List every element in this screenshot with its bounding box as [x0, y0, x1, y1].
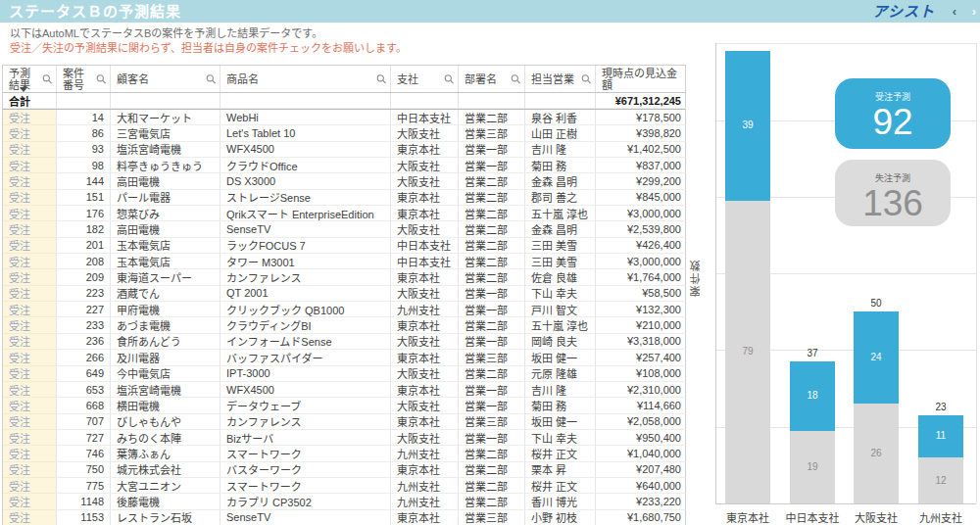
table-cell[interactable]: ¥58,500: [596, 286, 687, 302]
table-cell[interactable]: カンファレンス: [220, 414, 391, 430]
table-cell[interactable]: 668: [57, 398, 111, 413]
table-cell[interactable]: 受注: [3, 430, 57, 446]
table-cell[interactable]: 大和マーケット: [111, 110, 220, 125]
table-cell[interactable]: バスターワーク: [220, 462, 391, 478]
table-cell[interactable]: 86: [57, 125, 111, 141]
table-cell[interactable]: 三田 美雪: [525, 254, 596, 269]
table-cell[interactable]: 中日本支社: [391, 110, 459, 125]
table-cell[interactable]: Let's Tablet 10: [220, 125, 391, 141]
table-cell[interactable]: 営業一部: [459, 398, 525, 413]
column-header[interactable]: 案件 番号: [57, 66, 111, 92]
table-cell[interactable]: DS X3000: [220, 173, 391, 189]
table-cell[interactable]: 営業二部: [459, 478, 525, 494]
table-cell[interactable]: 小野 初枝: [525, 510, 596, 525]
column-header[interactable]: 部署名: [459, 66, 525, 92]
table-cell[interactable]: 佐倉 良雄: [525, 269, 596, 285]
table-cell[interactable]: 受注: [3, 350, 57, 365]
table-cell[interactable]: ¥108,000: [596, 366, 687, 382]
table-cell[interactable]: WFX4500: [220, 142, 391, 158]
table-cell[interactable]: クラウディングBI: [220, 317, 391, 333]
table-cell[interactable]: 坂田 健一: [525, 350, 596, 365]
table-cell[interactable]: ¥3,000,000: [596, 206, 687, 221]
table-cell[interactable]: ¥3,000,000: [596, 254, 687, 269]
table-cell[interactable]: 東京本社: [391, 206, 459, 221]
table-cell[interactable]: 大阪支社: [391, 334, 459, 350]
table-cell[interactable]: 大阪支社: [391, 398, 459, 413]
table-cell[interactable]: 九州支社: [391, 478, 459, 494]
table-cell[interactable]: 戸川 智文: [525, 302, 596, 317]
table-cell[interactable]: クリックブック QB1000: [220, 302, 391, 317]
table-cell[interactable]: 東京本社: [391, 382, 459, 398]
table-cell[interactable]: 受注: [3, 302, 57, 317]
table-cell[interactable]: 甲府電機: [111, 302, 220, 317]
column-header[interactable]: 担当営業: [525, 66, 596, 92]
table-cell[interactable]: 受注: [3, 478, 57, 494]
table-cell[interactable]: 東京本社: [391, 350, 459, 365]
table-cell[interactable]: 中日本支社: [391, 254, 459, 269]
table-cell[interactable]: 葉簿ふぁん: [111, 446, 220, 461]
table-cell[interactable]: スマートワーク: [220, 478, 391, 494]
table-cell[interactable]: 1148: [57, 494, 111, 509]
x-axis-label[interactable]: 大阪支社: [844, 509, 908, 525]
table-cell[interactable]: 1153: [57, 510, 111, 525]
table-cell[interactable]: ¥426,400: [596, 238, 687, 254]
table-cell[interactable]: 山田 正樹: [525, 125, 596, 141]
table-cell[interactable]: Qrikスマート EnterpriseEdition: [220, 206, 391, 221]
table-cell[interactable]: 横田電機: [111, 398, 220, 413]
table-cell[interactable]: 菊田 務: [525, 158, 596, 173]
table-cell[interactable]: 栗本 昇: [525, 462, 596, 478]
table-cell[interactable]: 750: [57, 462, 111, 478]
table-cell[interactable]: 泉谷 利香: [525, 110, 596, 125]
table-cell[interactable]: 受注: [3, 110, 57, 125]
table-cell[interactable]: 吉川 隆: [525, 142, 596, 158]
table-cell[interactable]: 大阪支社: [391, 158, 459, 173]
table-cell[interactable]: ¥1,402,500: [596, 142, 687, 158]
table-cell[interactable]: 営業三部: [459, 350, 525, 365]
table-cell[interactable]: 東京本社: [391, 414, 459, 430]
table-cell[interactable]: みちのく本陣: [111, 430, 220, 446]
table-cell[interactable]: 775: [57, 478, 111, 494]
search-icon[interactable]: [96, 73, 107, 84]
table-cell[interactable]: 金森 昌明: [525, 221, 596, 237]
table-cell[interactable]: 東海道スーパー: [111, 269, 220, 285]
table-cell[interactable]: 九州支社: [391, 494, 459, 509]
table-cell[interactable]: 受注: [3, 462, 57, 478]
table-cell[interactable]: 151: [57, 190, 111, 206]
table-cell[interactable]: 営業二部: [459, 221, 525, 237]
table-cell[interactable]: 653: [57, 382, 111, 398]
table-cell[interactable]: カンファレンス: [220, 269, 391, 285]
table-cell[interactable]: 受注: [3, 286, 57, 302]
table-cell[interactable]: 201: [57, 238, 111, 254]
table-cell[interactable]: 受注: [3, 238, 57, 254]
table-cell[interactable]: 受注: [3, 494, 57, 509]
table-cell[interactable]: 14: [57, 110, 111, 125]
x-axis-label[interactable]: 東京本社: [715, 509, 780, 525]
table-cell[interactable]: 受注: [3, 446, 57, 461]
table-cell[interactable]: 営業二部: [459, 366, 525, 382]
table-cell[interactable]: 五十嵐 淳也: [525, 206, 596, 221]
table-cell[interactable]: ¥233,220: [596, 494, 687, 509]
search-icon[interactable]: [42, 73, 53, 84]
column-header[interactable]: 顧客名: [111, 66, 220, 92]
table-cell[interactable]: 受注: [3, 125, 57, 141]
table-cell[interactable]: 営業二部: [459, 494, 525, 509]
table-cell[interactable]: 営業一部: [459, 382, 525, 398]
table-cell[interactable]: ¥1,040,000: [596, 446, 687, 461]
table-cell[interactable]: インフォームドSense: [220, 334, 391, 350]
table-cell[interactable]: ¥210,000: [596, 317, 687, 333]
table-cell[interactable]: 営業二部: [459, 110, 525, 125]
table-cell[interactable]: ¥299,200: [596, 173, 687, 189]
table-cell[interactable]: 営業一部: [459, 430, 525, 446]
table-cell[interactable]: 菊田 務: [525, 398, 596, 413]
table-cell[interactable]: 受注: [3, 173, 57, 189]
table-cell[interactable]: 208: [57, 254, 111, 269]
table-cell[interactable]: 営業二部: [459, 206, 525, 221]
table-cell[interactable]: 三田 美雪: [525, 238, 596, 254]
table-cell[interactable]: 大阪支社: [391, 286, 459, 302]
table-cell[interactable]: 金森 昌明: [525, 173, 596, 189]
table-cell[interactable]: 東京本社: [391, 510, 459, 525]
table-cell[interactable]: 営業二部: [459, 269, 525, 285]
table-cell[interactable]: 東京本社: [391, 317, 459, 333]
table-cell[interactable]: ¥640,000: [596, 478, 687, 494]
table-cell[interactable]: 営業三部: [459, 414, 525, 430]
